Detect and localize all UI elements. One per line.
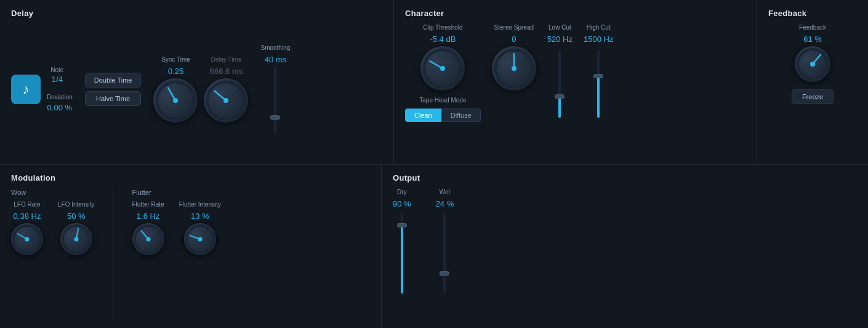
flutter-label: Flutter [132, 189, 221, 196]
low-cut-slider-track[interactable] [558, 50, 561, 118]
dry-value: 90 % [393, 199, 411, 208]
dry-slider-group: Dry 90 % [393, 189, 411, 293]
feedback-panel: Feedback Feedback 61 % Freeze [757, 0, 868, 164]
mod-divider [113, 189, 113, 320]
high-cut-slider-group: High Cut 1500 Hz [584, 24, 613, 118]
svg-point-3 [223, 98, 228, 103]
tape-head-label: Tape Head Mode [419, 97, 466, 104]
feedback-knob[interactable] [795, 46, 830, 82]
lfo-intensity-value: 50 % [67, 211, 86, 221]
app-container: Delay ♪ Note 1/4 Deviation 0.00 % [0, 0, 868, 328]
smoothing-group: Smoothing 40 ms [260, 44, 290, 134]
flutter-rate-label: Flutter Rate [132, 201, 164, 208]
feedback-value: 61 % [803, 35, 822, 44]
smoothing-value: 40 ms [265, 55, 286, 64]
svg-point-15 [146, 237, 150, 241]
stereo-spread-label: Stereo Spread [494, 24, 534, 31]
clip-threshold-knob[interactable] [420, 46, 465, 91]
low-cut-value: 520 Hz [547, 35, 573, 44]
output-panel: Output Dry 90 % Wet 24 % [382, 165, 868, 329]
lfo-rate-value: 0.38 Hz [14, 211, 41, 221]
wet-slider-group: Wet 24 % [436, 189, 454, 293]
halve-time-button[interactable]: Halve Time [85, 91, 142, 106]
flutter-rate-knob-group: Flutter Rate 1.6 Hz [132, 201, 164, 255]
low-cut-slider-group: Low Cut 520 Hz [547, 24, 573, 118]
svg-point-9 [810, 62, 815, 67]
high-cut-slider-track[interactable] [597, 50, 600, 118]
wet-value: 24 % [436, 199, 454, 208]
modulation-title: Modulation [11, 173, 370, 182]
char-content: Clip Threshold -5.4 dB Tape Head Mode Cl… [405, 24, 745, 155]
time-buttons: Double Time Halve Time [85, 73, 142, 106]
dry-slider-track[interactable] [401, 213, 403, 293]
output-title: Output [393, 173, 857, 182]
flutter-intensity-knob-group: Flutter Intensity 13 % [179, 201, 221, 255]
note-value: 1/4 [52, 75, 63, 84]
stereo-spread-section: Stereo Spread 0 [492, 24, 536, 91]
lfo-rate-knob-group: LFO Rate 0.38 Hz [11, 201, 43, 255]
smoothing-slider-thumb[interactable] [270, 115, 280, 120]
high-cut-slider-thumb[interactable] [593, 74, 603, 78]
wet-label: Wet [440, 189, 451, 195]
low-cut-slider-thumb[interactable] [555, 94, 565, 99]
flutter-rate-value: 1.6 Hz [137, 211, 160, 221]
flutter-rate-knob[interactable] [132, 223, 164, 255]
lfo-intensity-knob[interactable] [60, 223, 92, 255]
flutter-intensity-value: 13 % [191, 211, 209, 221]
freeze-button[interactable]: Freeze [792, 89, 834, 104]
svg-point-7 [512, 66, 516, 71]
delay-time-knob[interactable] [204, 78, 248, 123]
lfo-intensity-knob-group: LFO Intensity 50 % [58, 201, 94, 255]
deviation-info: Deviation 0.00 % [47, 94, 73, 112]
lfo-rate-knob[interactable] [11, 223, 43, 255]
clean-button[interactable]: Clean [405, 109, 441, 122]
flutter-intensity-knob[interactable] [184, 223, 216, 255]
delay-time-knob-group: Delay Time 666.6 ms [204, 56, 248, 123]
clip-threshold-value: -5.4 dB [430, 35, 456, 44]
tape-mode-buttons: Clean Diffuse [405, 109, 481, 122]
sync-time-knob[interactable] [153, 78, 198, 123]
delay-time-value: 666.6 ms [210, 67, 243, 76]
top-section: Delay ♪ Note 1/4 Deviation 0.00 % [0, 0, 868, 165]
dry-slider-thumb[interactable] [397, 223, 407, 228]
tape-mode-section: Tape Head Mode Clean Diffuse [405, 97, 481, 122]
smoothing-slider-track[interactable] [274, 67, 276, 134]
wet-slider-thumb[interactable] [440, 271, 449, 276]
clip-threshold-section: Clip Threshold -5.4 dB Tape Head Mode Cl… [405, 24, 481, 122]
svg-point-17 [198, 237, 202, 241]
deviation-label: Deviation [47, 94, 73, 100]
flutter-intensity-label: Flutter Intensity [179, 201, 221, 208]
delay-panel: Delay ♪ Note 1/4 Deviation 0.00 % [0, 0, 394, 164]
svg-point-1 [173, 98, 178, 103]
svg-point-11 [25, 237, 30, 241]
deviation-value: 0.00 % [47, 103, 72, 112]
sync-time-label: Sync Time [161, 56, 190, 63]
feedback-title: Feedback [768, 9, 857, 18]
high-cut-value: 1500 Hz [584, 35, 613, 44]
lfo-rate-label: LFO Rate [14, 201, 40, 208]
note-icon[interactable]: ♪ [11, 75, 41, 104]
high-cut-label: High Cut [587, 24, 611, 31]
note-info: Note 1/4 [50, 67, 63, 84]
flutter-section: Flutter Flutter Rate 1.6 Hz [132, 189, 221, 255]
smoothing-label: Smoothing [260, 44, 290, 51]
dry-label: Dry [397, 189, 407, 195]
stereo-spread-value: 0 [512, 35, 516, 44]
svg-point-13 [74, 237, 78, 241]
stereo-spread-knob[interactable] [492, 46, 536, 91]
delay-title: Delay [11, 9, 382, 18]
lfo-intensity-label: LFO Intensity [58, 201, 94, 208]
diffuse-button[interactable]: Diffuse [441, 109, 481, 122]
svg-point-5 [440, 66, 445, 71]
note-label: Note [50, 67, 63, 73]
modulation-panel: Modulation Wow LFO Rate 0.38 Hz [0, 165, 382, 329]
feedback-label: Feedback [799, 24, 826, 31]
wow-knobs: LFO Rate 0.38 Hz LFO Inte [11, 201, 94, 255]
wet-slider-track[interactable] [443, 213, 446, 293]
mod-content: Wow LFO Rate 0.38 Hz [11, 189, 370, 320]
double-time-button[interactable]: Double Time [85, 73, 142, 88]
character-title: Character [405, 9, 745, 18]
bottom-section: Modulation Wow LFO Rate 0.38 Hz [0, 165, 868, 329]
feedback-knob-section: Feedback 61 % Freeze [768, 24, 857, 104]
clip-threshold-label: Clip Threshold [423, 24, 462, 31]
